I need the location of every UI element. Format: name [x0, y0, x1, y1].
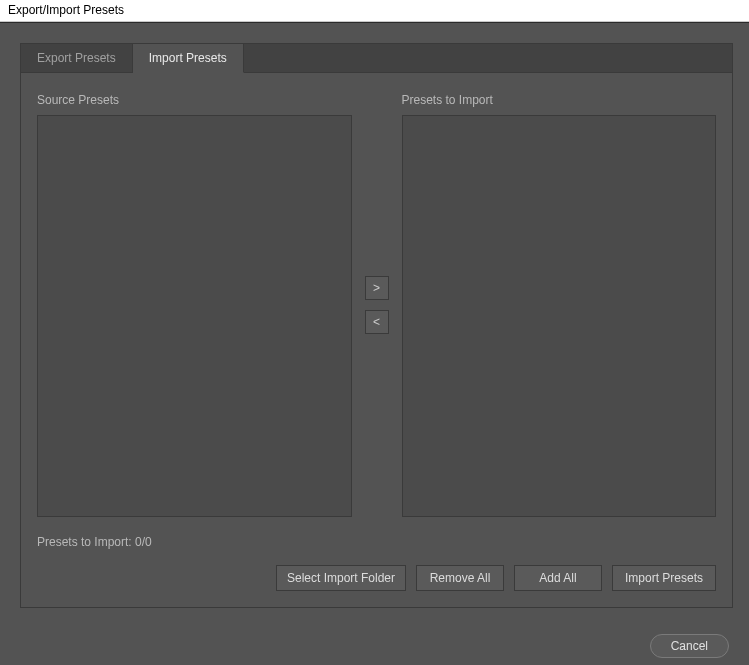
status-text: Presets to Import: 0/0 [37, 535, 716, 549]
action-button-row: Select Import Folder Remove All Add All … [37, 565, 716, 591]
move-left-button[interactable]: < [365, 310, 389, 334]
tab-import-presets[interactable]: Import Presets [133, 44, 244, 73]
main-body: Source Presets > < Presets to Import P [21, 73, 732, 591]
main-panel: Export Presets Import Presets Source Pre… [20, 43, 733, 608]
chevron-left-icon: < [373, 315, 380, 329]
tab-row: Export Presets Import Presets [21, 44, 732, 73]
transfer-buttons: > < [352, 93, 402, 517]
tab-import-label: Import Presets [149, 51, 227, 65]
select-import-folder-label: Select Import Folder [287, 571, 395, 585]
cancel-button[interactable]: Cancel [650, 634, 729, 658]
window-titlebar: Export/Import Presets [0, 0, 749, 22]
move-right-button[interactable]: > [365, 276, 389, 300]
add-all-button[interactable]: Add All [514, 565, 602, 591]
source-presets-label: Source Presets [37, 93, 352, 107]
remove-all-button[interactable]: Remove All [416, 565, 504, 591]
tab-export-label: Export Presets [37, 51, 116, 65]
import-presets-button[interactable]: Import Presets [612, 565, 716, 591]
content-area: Export Presets Import Presets Source Pre… [0, 22, 749, 665]
add-all-label: Add All [539, 571, 576, 585]
import-presets-label: Import Presets [625, 571, 703, 585]
chevron-right-icon: > [373, 281, 380, 295]
remove-all-label: Remove All [430, 571, 491, 585]
target-column: Presets to Import [402, 93, 717, 517]
source-presets-listbox[interactable] [37, 115, 352, 517]
cancel-label: Cancel [671, 639, 708, 653]
window-title: Export/Import Presets [8, 3, 124, 17]
presets-to-import-label: Presets to Import [402, 93, 717, 107]
select-import-folder-button[interactable]: Select Import Folder [276, 565, 406, 591]
columns: Source Presets > < Presets to Import [37, 93, 716, 517]
footer-row: Cancel [0, 622, 749, 658]
presets-to-import-listbox[interactable] [402, 115, 717, 517]
tab-export-presets[interactable]: Export Presets [21, 44, 133, 72]
source-column: Source Presets [37, 93, 352, 517]
